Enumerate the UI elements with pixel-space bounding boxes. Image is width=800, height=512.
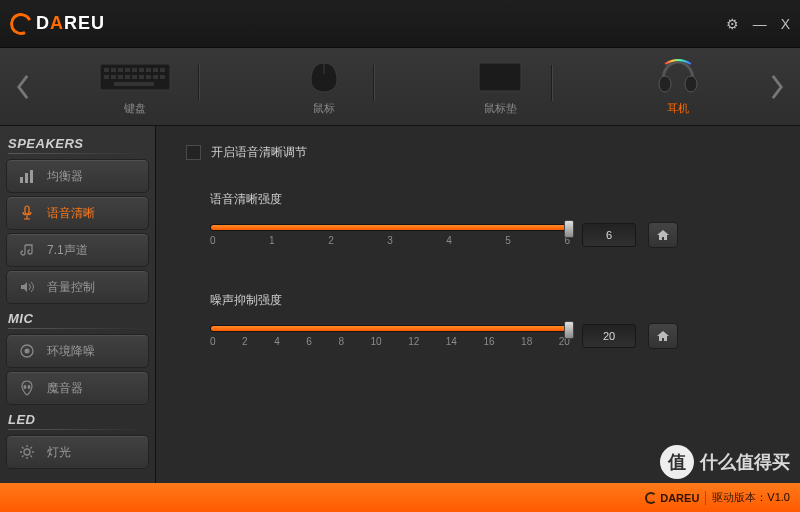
svg-rect-14 [132, 75, 137, 79]
slider-label: 噪声抑制强度 [210, 292, 770, 309]
svg-point-30 [24, 385, 27, 389]
slider-thumb[interactable] [564, 220, 574, 238]
settings-icon[interactable]: ⚙ [726, 16, 739, 32]
svg-rect-18 [160, 75, 165, 79]
svg-point-31 [28, 385, 31, 389]
svg-rect-17 [153, 75, 158, 79]
clarity-reset-button[interactable] [648, 222, 678, 248]
svg-rect-26 [30, 170, 33, 183]
footer-logo: DAREU [645, 492, 699, 504]
clarity-slider[interactable] [210, 224, 570, 231]
sidebar-item-noise[interactable]: 环境降噪 [6, 334, 149, 368]
slider-noise: 噪声抑制强度 02468101214161820 20 [186, 292, 770, 349]
svg-rect-15 [139, 75, 144, 79]
svg-rect-12 [118, 75, 123, 79]
svg-rect-9 [160, 68, 165, 72]
sidebar-item-light[interactable]: 灯光 [6, 435, 149, 469]
enable-row: 开启语音清晰调节 [186, 144, 770, 161]
home-icon [656, 329, 670, 343]
mic-icon [17, 205, 37, 221]
slider-ticks: 02468101214161820 [210, 336, 570, 347]
headset-icon [655, 57, 701, 97]
mousepad-icon [476, 57, 524, 97]
tab-mouse[interactable]: 鼠标 [284, 53, 364, 120]
enable-checkbox[interactable] [186, 145, 201, 160]
bars-icon [17, 169, 37, 183]
slider-label: 语音清晰强度 [210, 191, 770, 208]
note-icon [17, 243, 37, 257]
svg-line-39 [22, 456, 24, 458]
noise-reset-button[interactable] [648, 323, 678, 349]
sidebar-item-equalizer[interactable]: 均衡器 [6, 159, 149, 193]
sidebar-item-label: 语音清晰 [47, 205, 95, 222]
sidebar-item-label: 7.1声道 [47, 242, 88, 259]
tab-headset[interactable]: 耳机 [637, 53, 719, 120]
clarity-value: 6 [582, 223, 636, 247]
alien-icon [17, 380, 37, 396]
svg-point-29 [25, 349, 30, 354]
svg-rect-5 [132, 68, 137, 72]
svg-rect-8 [153, 68, 158, 72]
noise-value: 20 [582, 324, 636, 348]
tab-label: 鼠标 [313, 101, 335, 116]
svg-rect-16 [146, 75, 151, 79]
svg-point-32 [24, 449, 30, 455]
mouse-icon [302, 57, 346, 97]
sidebar-item-label: 环境降噪 [47, 343, 95, 360]
sidebar-item-surround[interactable]: 7.1声道 [6, 233, 149, 267]
svg-rect-2 [111, 68, 116, 72]
svg-point-22 [659, 76, 671, 92]
tab-keyboard[interactable]: 键盘 [81, 53, 189, 120]
enable-label: 开启语音清晰调节 [211, 144, 307, 161]
logo-swirl-icon [7, 9, 35, 37]
home-icon [656, 228, 670, 242]
tab-prev-button[interactable] [12, 67, 34, 107]
content-panel: 开启语音清晰调节 语音清晰强度 0123456 6 噪声抑制强度 [156, 126, 800, 483]
brand-logo: DAREU [10, 13, 105, 35]
light-icon [17, 444, 37, 460]
svg-rect-21 [479, 63, 521, 91]
volume-icon [17, 280, 37, 294]
svg-point-23 [685, 76, 697, 92]
svg-rect-3 [118, 68, 123, 72]
svg-rect-6 [139, 68, 144, 72]
tab-label: 耳机 [667, 101, 689, 116]
svg-line-37 [22, 447, 24, 449]
slider-ticks: 0123456 [210, 235, 570, 246]
svg-rect-10 [104, 75, 109, 79]
svg-rect-19 [114, 82, 154, 86]
svg-line-40 [31, 447, 33, 449]
svg-rect-24 [20, 177, 23, 183]
sidebar-item-label: 灯光 [47, 444, 71, 461]
section-led: LED [6, 408, 149, 432]
device-tabbar: 键盘 鼠标 鼠标垫 耳机 [0, 48, 800, 126]
svg-rect-25 [25, 173, 28, 183]
noise-slider[interactable] [210, 325, 570, 332]
sidebar-item-label: 均衡器 [47, 168, 83, 185]
svg-rect-4 [125, 68, 130, 72]
sidebar-item-label: 魔音器 [47, 380, 83, 397]
tab-next-button[interactable] [766, 67, 788, 107]
svg-rect-13 [125, 75, 130, 79]
target-icon [17, 343, 37, 359]
sidebar-item-label: 音量控制 [47, 279, 95, 296]
svg-line-38 [31, 456, 33, 458]
slider-thumb[interactable] [564, 321, 574, 339]
minimize-button[interactable]: — [753, 16, 767, 32]
tab-mousepad[interactable]: 鼠标垫 [458, 53, 542, 120]
slider-clarity: 语音清晰强度 0123456 6 [186, 191, 770, 248]
section-speakers: SPEAKERS [6, 132, 149, 156]
sidebar-item-voice-clarity[interactable]: 语音清晰 [6, 196, 149, 230]
svg-rect-7 [146, 68, 151, 72]
brand-name: DAREU [36, 13, 105, 34]
tab-label: 键盘 [124, 101, 146, 116]
sidebar-item-volume[interactable]: 音量控制 [6, 270, 149, 304]
sidebar: SPEAKERS 均衡器 语音清晰 7.1声道 音量控制 MIC 环境降噪 魔音… [0, 126, 156, 483]
titlebar: DAREU ⚙ — X [0, 0, 800, 48]
footer: DAREU 驱动版本：V1.0 [0, 483, 800, 512]
close-button[interactable]: X [781, 16, 790, 32]
svg-rect-27 [25, 206, 29, 214]
svg-rect-1 [104, 68, 109, 72]
logo-swirl-icon [645, 492, 657, 504]
sidebar-item-voicefx[interactable]: 魔音器 [6, 371, 149, 405]
